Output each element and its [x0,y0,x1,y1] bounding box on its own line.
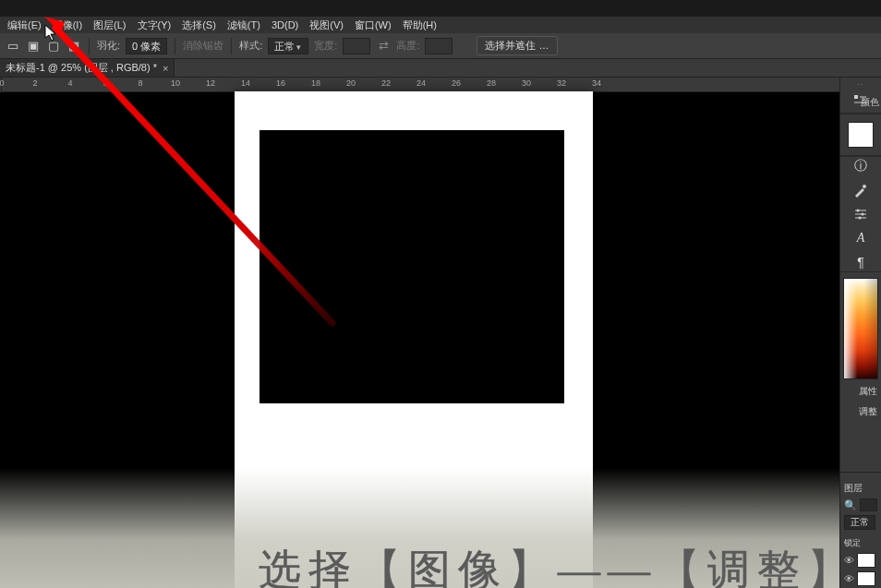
svg-point-1 [863,185,866,188]
swap-dimensions-icon: ⇄ [376,39,391,54]
menu-item-image[interactable]: 图像(I) [47,18,88,32]
properties-panel-tab[interactable]: 属性 [857,383,879,400]
svg-point-3 [862,213,864,216]
close-icon[interactable]: × [163,63,168,74]
layer-lock-label: 锁定 [842,535,879,551]
selection-intersect-icon[interactable]: ▦ [66,39,81,54]
color-spectrum-panel[interactable] [843,278,878,379]
menu-item-select[interactable]: 选择(S) [176,18,222,32]
menu-item-window[interactable]: 窗口(W) [349,18,397,32]
rail-drag-handle-icon[interactable]: ·· [852,79,869,87]
brush-panel-icon[interactable] [851,181,871,199]
canvas-artwork-rect [259,130,564,403]
adjustments-panel-tab[interactable]: 调整 [857,403,879,420]
character-panel-icon[interactable]: A [851,229,871,247]
layers-panel-tab[interactable]: 图层 [842,480,879,497]
color-panel-tab[interactable]: 颜色 [859,94,881,111]
adjustments-panel-icon[interactable] [851,205,871,223]
layer-row-2[interactable]: 👁 [840,570,881,588]
svg-point-2 [857,210,860,212]
height-input [425,38,453,54]
width-input [343,38,370,54]
svg-rect-0 [854,95,858,99]
antialias-checkbox-label: 消除锯齿 [183,39,223,53]
foreground-color-swatch[interactable] [848,122,874,148]
layer-thumbnail [857,571,875,586]
selection-new-icon[interactable]: ▭ [6,39,20,54]
canvas-viewport[interactable]: 0 2 4 6 8 10 12 14 16 18 20 22 24 26 28 … [0,78,839,588]
main-menubar: 编辑(E) 图像(I) 图层(L) 文字(Y) 选择(S) 滤镜(T) 3D(D… [0,17,881,33]
paragraph-panel-icon[interactable]: ¶ [851,253,871,271]
menu-item-layer[interactable]: 图层(L) [88,18,131,32]
selection-subtract-icon[interactable]: ▢ [46,39,61,54]
document-tab[interactable]: 未标题-1 @ 25% (图层 , RGB/8) * × [0,59,175,77]
height-label: 高度: [396,39,419,53]
svg-point-4 [859,217,862,220]
document-tabstrip: 未标题-1 @ 25% (图层 , RGB/8) * × [0,59,881,78]
layer-filter-icon[interactable]: 🔍 [844,499,857,511]
layer-visibility-icon[interactable]: 👁 [844,555,854,566]
layer-blend-mode-dropdown[interactable]: 正常 [844,515,875,530]
layer-row-1[interactable]: 👁 [840,551,881,570]
selection-add-icon[interactable]: ▣ [26,39,41,54]
tutorial-caption: 选择【图像】——【调整】 [259,542,839,588]
tool-options-bar: ▭ ▣ ▢ ▦ 羽化: 0 像素 消除锯齿 样式: 正常▾ 宽度: ⇄ 高度: … [0,33,881,59]
properties-panel-icon[interactable]: ⓘ [851,157,871,175]
horizontal-ruler: 0 2 4 6 8 10 12 14 16 18 20 22 24 26 28 … [0,78,839,92]
menu-item-edit[interactable]: 编辑(E) [2,18,47,32]
feather-input[interactable]: 0 像素 [126,38,167,54]
right-panel-rail: ·· 颜色 ⓘ A ¶ 属性 调整 图层 [839,78,881,588]
window-titlebar [0,0,881,17]
layer-visibility-icon[interactable]: 👁 [844,573,854,584]
feather-label: 羽化: [97,39,120,53]
style-dropdown[interactable]: 正常▾ [268,38,308,54]
menu-item-filter[interactable]: 滤镜(T) [222,18,266,32]
select-and-mask-button[interactable]: 选择并遮住 … [477,36,557,55]
menu-item-view[interactable]: 视图(V) [304,18,349,32]
document-tab-title: 未标题-1 @ 25% (图层 , RGB/8) * [6,61,157,75]
layer-filter-input[interactable] [860,498,877,511]
menu-item-help[interactable]: 帮助(H) [397,18,442,32]
width-label: 宽度: [314,39,337,53]
layer-thumbnail [857,553,875,568]
menu-item-3d[interactable]: 3D(D) [266,19,304,30]
menu-item-type[interactable]: 文字(Y) [132,18,177,32]
style-label: 样式: [239,39,262,53]
